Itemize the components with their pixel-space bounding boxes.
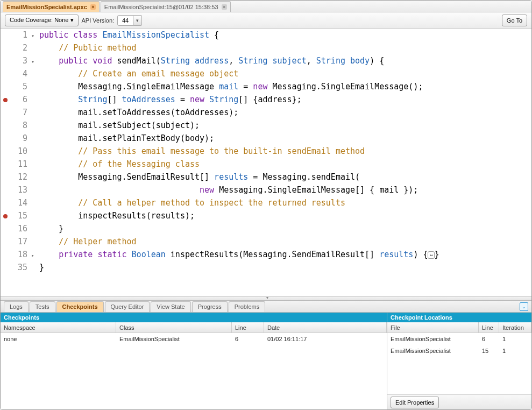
edit-properties-button[interactable]: Edit Properties bbox=[391, 397, 439, 408]
fold-icon[interactable]: ▸ bbox=[30, 249, 36, 262]
bottom-panels: Checkpoints Namespace Class Line Date no… bbox=[1, 313, 531, 409]
fold-icon[interactable]: ▾ bbox=[30, 30, 36, 43]
breakpoint-gutter[interactable] bbox=[1, 235, 10, 248]
breakpoint-gutter[interactable] bbox=[1, 67, 10, 80]
code-line[interactable]: } bbox=[39, 261, 531, 274]
line-number: 13 bbox=[10, 183, 27, 196]
code-line[interactable]: private static Boolean inspectResults(Me… bbox=[39, 248, 531, 261]
file-tab-label: EmailMissionSpecialist.apxc bbox=[6, 4, 87, 10]
code-line[interactable]: // Helper method bbox=[39, 235, 531, 248]
breakpoint-gutter[interactable] bbox=[1, 209, 10, 222]
breakpoint-gutter[interactable] bbox=[1, 158, 10, 171]
api-version-label: API Version: bbox=[82, 17, 115, 24]
col-line[interactable]: Line bbox=[232, 322, 264, 333]
file-tabs: EmailMissionSpecialist.apxc × EmailMissi… bbox=[1, 1, 531, 12]
tab-tests[interactable]: Tests bbox=[30, 301, 55, 312]
code-line[interactable]: // Public method bbox=[39, 41, 531, 54]
line-number: 11 bbox=[10, 158, 27, 171]
goto-button[interactable]: Go To bbox=[502, 15, 527, 26]
line-number: 15 bbox=[10, 209, 27, 222]
breakpoint-gutter[interactable] bbox=[1, 93, 10, 106]
code-coverage-select[interactable]: Code Coverage: None ▾ bbox=[5, 15, 79, 26]
close-icon[interactable]: × bbox=[90, 4, 96, 10]
bottom-tabs: Logs Tests Checkpoints Query Editor View… bbox=[1, 301, 531, 313]
breakpoint-gutter[interactable] bbox=[1, 222, 10, 235]
breakpoint-gutter[interactable] bbox=[1, 132, 10, 145]
panel-title: Checkpoint Locations bbox=[387, 313, 531, 322]
breakpoint-icon[interactable] bbox=[3, 98, 8, 102]
line-number: 10 bbox=[10, 145, 27, 158]
locations-header: File Line Iteration bbox=[387, 322, 531, 333]
expand-icon[interactable]: ⌄ bbox=[520, 302, 528, 311]
tab-checkpoints[interactable]: Checkpoints bbox=[56, 301, 104, 312]
code-line[interactable]: public void sendMail(String address, Str… bbox=[39, 54, 531, 67]
code-line[interactable]: // Pass this email message to the built-… bbox=[39, 145, 531, 158]
col-iteration[interactable]: Iteration bbox=[499, 322, 531, 333]
line-number: 6 bbox=[10, 93, 27, 106]
location-row[interactable]: EmailMissionSpecialist 6 1 bbox=[387, 333, 531, 345]
breakpoint-gutter[interactable] bbox=[1, 41, 10, 54]
fold-icon[interactable]: ▾ bbox=[30, 55, 36, 68]
breakpoint-gutter[interactable] bbox=[1, 145, 10, 158]
file-tab-main[interactable]: EmailMissionSpecialist.apxc × bbox=[3, 1, 100, 12]
chevron-down-icon[interactable]: ▾ bbox=[133, 15, 142, 26]
breakpoint-gutter[interactable] bbox=[1, 171, 10, 183]
line-number: 4 bbox=[10, 67, 27, 80]
tab-problems[interactable]: Problems bbox=[229, 301, 265, 312]
line-number: 1 bbox=[10, 29, 27, 41]
code-line[interactable]: // Create an email message object bbox=[39, 67, 531, 80]
code-line[interactable]: inspectResults(results); bbox=[39, 209, 531, 222]
code-line[interactable]: mail.setToAddresses(toAddresses); bbox=[39, 106, 531, 119]
col-class[interactable]: Class bbox=[116, 322, 232, 333]
line-number: 35 bbox=[10, 261, 27, 274]
code-line[interactable]: } bbox=[39, 222, 531, 235]
editor-toolbar: Code Coverage: None ▾ API Version: ▾ Go … bbox=[1, 12, 531, 29]
breakpoint-gutter[interactable] bbox=[1, 261, 10, 274]
location-row[interactable]: EmailMissionSpecialist 15 1 bbox=[387, 345, 531, 357]
breakpoint-gutter[interactable] bbox=[1, 183, 10, 196]
tab-view-state[interactable]: View State bbox=[151, 301, 190, 312]
code-line[interactable]: public class EmailMissionSpecialist { bbox=[39, 29, 531, 41]
line-number: 16 bbox=[10, 222, 27, 235]
code-line[interactable]: // of the Messaging class bbox=[39, 158, 531, 171]
breakpoint-gutter[interactable] bbox=[1, 196, 10, 209]
locations-footer: Edit Properties bbox=[387, 394, 531, 409]
splitter-handle[interactable] bbox=[1, 296, 531, 301]
line-number: 17 bbox=[10, 235, 27, 248]
code-line[interactable]: mail.setPlainTextBody(body); bbox=[39, 132, 531, 145]
col-namespace[interactable]: Namespace bbox=[1, 322, 116, 333]
breakpoint-gutter[interactable] bbox=[1, 248, 10, 261]
breakpoint-gutter[interactable] bbox=[1, 106, 10, 119]
breakpoint-icon[interactable] bbox=[3, 214, 8, 218]
breakpoint-gutter[interactable] bbox=[1, 54, 10, 67]
checkpoint-locations-panel: Checkpoint Locations File Line Iteration… bbox=[387, 313, 531, 409]
code-line[interactable]: String[] toAddresses = new String[] {add… bbox=[39, 93, 531, 106]
checkpoint-row[interactable]: none EmailMissionSpecialist 6 01/02 16:1… bbox=[1, 333, 387, 345]
checkpoints-header: Namespace Class Line Date bbox=[1, 322, 387, 333]
close-icon[interactable]: × bbox=[222, 4, 227, 10]
file-tab-log[interactable]: EmailMissionSpecialist:15@01/02 15:38:53… bbox=[101, 1, 231, 12]
line-number: 18 bbox=[10, 248, 27, 261]
code-line[interactable]: Messaging.SendEmailResult[] results = Me… bbox=[39, 171, 531, 183]
tab-logs[interactable]: Logs bbox=[4, 301, 29, 312]
breakpoint-gutter[interactable] bbox=[1, 80, 10, 93]
col-line[interactable]: Line bbox=[479, 322, 499, 333]
code-editor[interactable]: 12345678910111213141516171835 ▾▾▸ public… bbox=[1, 29, 531, 296]
line-number: 3 bbox=[10, 54, 27, 67]
code-line[interactable]: mail.setSubject(subject); bbox=[39, 119, 531, 132]
line-number: 2 bbox=[10, 41, 27, 54]
checkpoints-panel: Checkpoints Namespace Class Line Date no… bbox=[1, 313, 387, 409]
line-number: 8 bbox=[10, 119, 27, 132]
code-line[interactable]: // Call a helper method to inspect the r… bbox=[39, 196, 531, 209]
breakpoint-gutter[interactable] bbox=[1, 29, 10, 41]
col-date[interactable]: Date bbox=[264, 322, 387, 333]
tab-progress[interactable]: Progress bbox=[192, 301, 228, 312]
code-line[interactable]: new Messaging.SingleEmailMessage[] { mai… bbox=[39, 183, 531, 196]
api-version-input[interactable] bbox=[117, 15, 133, 26]
tab-query-editor[interactable]: Query Editor bbox=[105, 301, 150, 312]
line-number: 14 bbox=[10, 196, 27, 209]
breakpoint-gutter[interactable] bbox=[1, 119, 10, 132]
code-line[interactable]: Messaging.SingleEmailMessage mail = new … bbox=[39, 80, 531, 93]
col-file[interactable]: File bbox=[387, 322, 479, 333]
line-number: 12 bbox=[10, 171, 27, 183]
